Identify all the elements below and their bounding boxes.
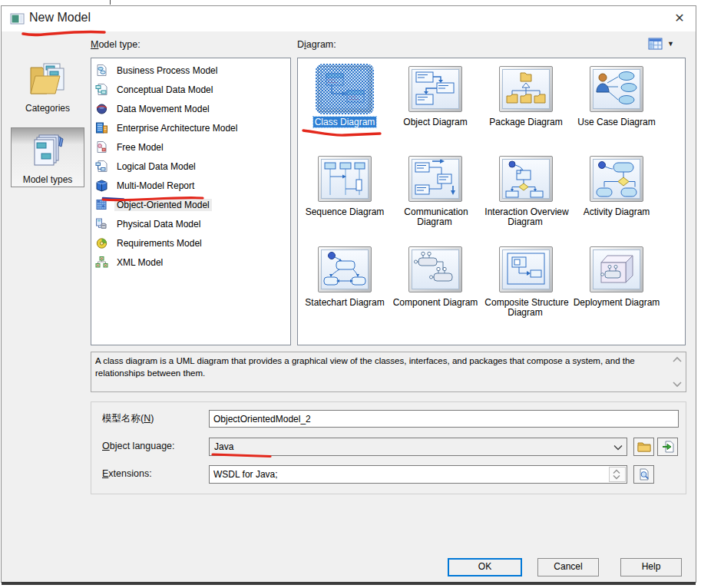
object-oriented-model-icon <box>95 198 108 211</box>
extensions-spinner[interactable] <box>609 467 626 482</box>
model-type-item-physical-data[interactable]: Physical Data Model <box>91 214 290 233</box>
close-button[interactable]: ✕ <box>666 8 693 29</box>
model-type-item-enterprise-architecture[interactable]: Enterprise Architecture Model <box>91 118 290 137</box>
scroll-down-icon <box>672 381 683 388</box>
model-type-item-data-movement[interactable]: Data Movement Model <box>91 99 290 118</box>
titlebar: New Model ✕ <box>2 6 696 31</box>
requirements-model-icon <box>95 236 108 249</box>
conceptual-data-model-icon <box>95 83 108 96</box>
window-bottom-edge <box>2 582 696 585</box>
diagram-tile-composite-structure[interactable]: Composite Structure Diagram <box>481 246 571 318</box>
list-view-icon <box>648 38 663 51</box>
xml-model-icon <box>95 256 108 269</box>
business-process-model-icon <box>95 64 108 77</box>
extensions-label: Extensions: <box>102 468 152 479</box>
diagram-tile-object[interactable]: Object Diagram <box>390 66 481 127</box>
view-dropdown-arrow: ▼ <box>667 40 674 48</box>
diagram-panel: Class Diagram Object Diagram Package Dia… <box>297 58 686 345</box>
use-case-diagram-icon <box>593 69 640 109</box>
data-movement-model-icon <box>95 102 108 115</box>
statechart-diagram-icon <box>321 249 369 289</box>
multi-model-report-icon <box>95 179 108 192</box>
model-type-list: Business Process Model Conceptual Data M… <box>91 58 291 345</box>
object-language-label: Object language: <box>102 441 175 451</box>
model-name-label: 模型名称(N) <box>102 412 154 425</box>
sidebar-item-model-types[interactable]: Model types <box>11 127 84 187</box>
component-diagram-icon <box>412 249 459 289</box>
selection-overlay <box>316 64 374 114</box>
dialog-title: New Model <box>29 11 91 25</box>
help-button[interactable]: Help <box>620 558 682 576</box>
diagram-tile-deployment[interactable]: Deployment Diagram <box>571 246 662 308</box>
object-diagram-icon <box>412 69 459 109</box>
model-type-item-requirements[interactable]: Requirements Model <box>91 233 290 253</box>
preview-document-icon <box>638 468 650 481</box>
composite-structure-diagram-icon <box>502 249 550 289</box>
scroll-up-icon <box>672 356 683 363</box>
new-model-dialog: New Model ✕ Categories Model types Model… <box>2 6 696 582</box>
communication-diagram-icon <box>412 159 459 199</box>
view-mode-button[interactable]: ▼ <box>648 35 685 53</box>
deployment-diagram-icon <box>593 249 640 289</box>
model-type-item-business-process[interactable]: Business Process Model <box>91 61 290 80</box>
sidebar-item-categories[interactable]: Categories <box>11 57 84 123</box>
diagram-tile-class[interactable]: Class Diagram <box>299 66 390 127</box>
object-language-combobox[interactable]: Java <box>209 438 627 456</box>
free-model-icon <box>95 140 108 154</box>
diagram-label: Diagram: <box>297 39 336 50</box>
dialog-icon <box>10 12 25 28</box>
logical-data-model-icon <box>95 160 108 173</box>
diagram-tile-interaction-overview[interactable]: Interaction Overview Diagram <box>481 156 571 227</box>
diagram-tile-sequence[interactable]: Sequence Diagram <box>299 156 390 217</box>
extensions-input[interactable] <box>209 465 627 484</box>
model-type-item-logical-data[interactable]: Logical Data Model <box>91 157 290 176</box>
import-file-icon <box>662 441 674 453</box>
select-language-file-button[interactable] <box>633 438 654 456</box>
import-language-button[interactable] <box>657 438 678 456</box>
folder-icon <box>637 441 651 452</box>
diagram-tile-activity[interactable]: Activity Diagram <box>571 156 662 217</box>
sidebar-label-model-types: Model types <box>12 174 84 185</box>
package-diagram-icon <box>502 69 550 109</box>
diagram-tile-component[interactable]: Component Diagram <box>390 246 481 308</box>
physical-data-model-icon <box>95 217 108 230</box>
spin-up-icon <box>612 469 621 474</box>
cancel-button[interactable]: Cancel <box>537 558 599 576</box>
model-type-item-object-oriented[interactable]: Object-Oriented Model <box>91 195 290 214</box>
model-types-icon <box>26 133 69 170</box>
diagram-tile-use-case[interactable]: Use Case Diagram <box>571 66 662 127</box>
combo-chevron-down-icon <box>613 444 623 451</box>
model-name-input[interactable] <box>209 410 679 428</box>
diagram-tile-statechart[interactable]: Statechart Diagram <box>299 246 390 308</box>
ok-button[interactable]: OK <box>448 558 522 576</box>
background-artifact-line <box>110 0 111 5</box>
model-type-item-free-model[interactable]: Free Model <box>91 137 290 157</box>
activity-diagram-icon <box>593 159 640 199</box>
interaction-overview-diagram-icon <box>502 159 550 199</box>
model-type-item-xml[interactable]: XML Model <box>91 253 290 272</box>
model-type-item-multi-model-report[interactable]: Multi-Model Report <box>91 176 290 195</box>
sidebar-label-categories: Categories <box>11 103 84 114</box>
categories-icon <box>26 61 69 98</box>
diagram-tile-package[interactable]: Package Diagram <box>481 66 571 127</box>
sequence-diagram-icon <box>321 159 369 199</box>
model-type-item-conceptual-data[interactable]: Conceptual Data Model <box>91 80 290 99</box>
diagram-tile-communication[interactable]: Communication Diagram <box>390 156 481 227</box>
diagram-description: A class diagram is a UML diagram that pr… <box>91 352 686 392</box>
description-scrollbar[interactable] <box>672 355 683 389</box>
model-type-label: Model type: <box>91 39 141 50</box>
extensions-properties-button[interactable] <box>633 465 654 484</box>
enterprise-architecture-model-icon <box>95 121 108 134</box>
spin-down-icon <box>612 474 621 480</box>
